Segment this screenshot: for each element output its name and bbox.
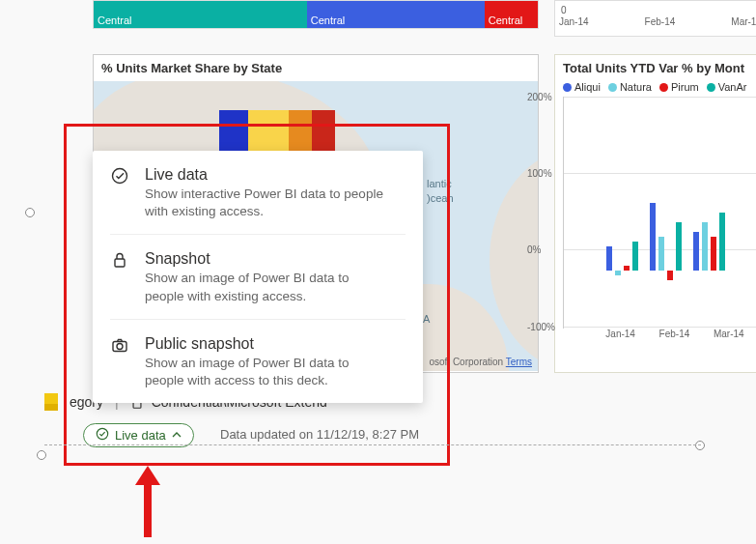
map-label: lantic — [427, 178, 452, 189]
map-label: )cean — [427, 192, 454, 204]
chevron-up-icon — [172, 428, 182, 443]
region-segment: Central — [485, 1, 538, 28]
map-attribution: osoft Corporation Terms — [429, 357, 532, 367]
data-mode-popover: Live data Show interactive Power BI data… — [93, 151, 423, 403]
camera-icon — [110, 335, 131, 357]
map-terms-link[interactable]: Terms — [506, 357, 532, 367]
svg-point-2 — [113, 169, 127, 184]
chart-plot: 200% 100% 0% -100% — [563, 97, 756, 329]
selection-handle[interactable] — [37, 450, 46, 460]
option-desc: Show an image of Power BI data to people… — [145, 355, 386, 389]
selection-guide — [44, 444, 701, 445]
annotation-arrow-icon — [135, 466, 158, 537]
x-tick: Mar-14 — [731, 16, 756, 27]
chart-legend: Aliqui Natura Pirum VanAr — [555, 81, 756, 97]
x-tick: Jan-14 — [605, 329, 635, 339]
selection-handle[interactable] — [695, 441, 705, 450]
chart-title: Total Units YTD Var % by Mont — [555, 55, 756, 81]
check-circle-icon — [110, 166, 131, 187]
svg-rect-3 — [115, 259, 125, 267]
mini-chart[interactable]: 0 Jan-14 Feb-14 Mar-14 — [554, 0, 756, 37]
option-public-snapshot[interactable]: Public snapshot Show an image of Power B… — [110, 319, 406, 403]
option-snapshot[interactable]: Snapshot Show an image of Power BI data … — [110, 234, 406, 318]
selection-handle[interactable] — [25, 208, 35, 217]
x-tick: Mar-14 — [714, 329, 744, 339]
x-tick: Feb-14 — [645, 16, 676, 27]
option-title: Public snapshot — [145, 335, 386, 353]
check-circle-icon — [96, 427, 109, 444]
option-title: Live data — [145, 166, 386, 184]
region-segment: Central — [307, 1, 485, 28]
x-tick: Jan-14 — [559, 16, 589, 27]
option-live-data[interactable]: Live data Show interactive Power BI data… — [93, 151, 423, 234]
option-desc: Show an image of Power BI data to people… — [145, 270, 386, 304]
map-title: % Units Market Share by State — [94, 55, 538, 81]
svg-point-1 — [97, 428, 107, 439]
option-desc: Show interactive Power BI data to people… — [145, 186, 386, 220]
pill-label: Live data — [115, 428, 166, 443]
option-title: Snapshot — [145, 250, 386, 268]
svg-point-5 — [117, 343, 123, 349]
chart-bars — [606, 174, 725, 271]
data-updated-text: Data updated on 11/12/19, 8:27 PM — [220, 427, 419, 442]
x-tick: Feb-14 — [659, 329, 690, 339]
region-bar: Central Central Central — [93, 0, 539, 29]
lock-icon — [110, 250, 131, 272]
powerbi-logo-icon — [44, 393, 58, 411]
region-segment: Central — [94, 1, 307, 28]
bar-chart-visual[interactable]: Total Units YTD Var % by Mont Aliqui Nat… — [554, 54, 756, 373]
